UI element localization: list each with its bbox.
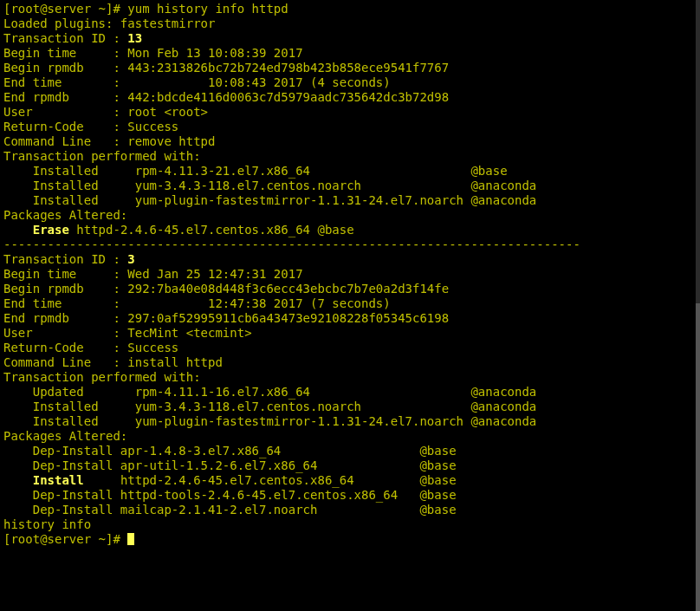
tpw-row: Installed yum-plugin-fastestmirror-1.1.3… [3,414,536,428]
command-line: Command Line : install httpd [3,355,223,369]
loaded-plugins: Loaded plugins: fastestmirror [3,16,215,30]
end-time: End time : 12:47:38 2017 (7 seconds) [3,296,391,310]
transaction-id-value: 3 [127,252,134,266]
transaction-id-line: Transaction ID : 3 [3,252,135,266]
end-rpmdb: End rpmdb : 442:bdcde4116d0063c7d5979aad… [3,90,449,104]
return-code: Return-Code : Success [3,341,178,354]
terminal-output[interactable]: [root@server ~]# yum history info httpd … [0,0,700,549]
packages-altered-label: Packages Altered: [3,208,127,222]
command-line: Command Line : remove httpd [3,134,215,148]
dep-install-row: Dep-Install apr-1.4.8-3.el7.x86_64 @base [3,444,457,458]
tpw-row: Installed rpm-4.11.3-21.el7.x86_64 @base [3,164,508,178]
user-line: User : root <root> [3,105,208,119]
scrollbar-track[interactable] [696,0,700,611]
install-row: Install httpd-2.4.6-45.el7.centos.x86_64… [3,473,457,487]
end-rpmdb: End rpmdb : 297:0af52995911cb6a43473e921… [3,311,449,325]
dep-install-row: Dep-Install apr-util-1.5.2-6.el7.x86_64 … [3,458,457,472]
tpw-row: Installed yum-plugin-fastestmirror-1.1.3… [3,193,536,207]
cursor-block [127,533,134,545]
prompt: [root@server ~]# [3,2,127,16]
separator-line: ----------------------------------------… [3,237,580,251]
packages-altered-label: Packages Altered: [3,429,127,443]
erase-row: Erase httpd-2.4.6-45.el7.centos.x86_64 @… [3,223,354,237]
install-action: Install [33,473,84,487]
transaction-id-line: Transaction ID : 13 [3,31,142,45]
transaction-performed-with: Transaction performed with: [3,370,201,384]
user-line: User : TecMint <tecmint> [3,326,252,340]
prompt: [root@server ~]# [3,532,127,546]
command-text: yum history info httpd [127,2,288,16]
begin-time: Begin time : Mon Feb 13 10:08:39 2017 [3,46,303,60]
end-time: End time : 10:08:43 2017 (4 seconds) [3,75,391,89]
begin-rpmdb: Begin rpmdb : 292:7ba40e08d448f3c6ecc43e… [3,282,449,296]
erase-action: Erase [33,223,69,237]
transaction-performed-with: Transaction performed with: [3,149,201,163]
history-info-footer: history info [3,517,91,531]
begin-rpmdb: Begin rpmdb : 443:2313826bc72b724ed798b4… [3,61,449,75]
tpw-row: Updated rpm-4.11.1-16.el7.x86_64 @anacon… [3,385,536,399]
dep-install-row: Dep-Install httpd-tools-2.4.6-45.el7.cen… [3,488,457,502]
tpw-row: Installed yum-3.4.3-118.el7.centos.noarc… [3,400,536,413]
dep-install-row: Dep-Install mailcap-2.1.41-2.el7.noarch … [3,503,457,517]
transaction-id-value: 13 [127,31,142,45]
begin-time: Begin time : Wed Jan 25 12:47:31 2017 [3,267,303,281]
tpw-row: Installed yum-3.4.3-118.el7.centos.noarc… [3,179,536,192]
scrollbar-thumb[interactable] [696,303,700,611]
return-code: Return-Code : Success [3,120,178,133]
